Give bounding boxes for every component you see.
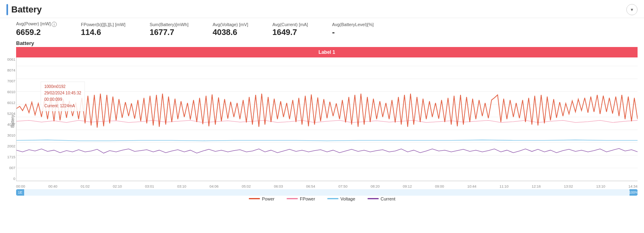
- stat-item: Sum(Battery)[mWh]1677.7: [150, 22, 189, 37]
- scrollbar-right-handle[interactable]: 100%: [630, 189, 638, 196]
- y-axis-label-value: 6012: [1, 101, 15, 105]
- y-axis-label-value: 5204: [1, 112, 15, 116]
- stat-label: Avg(Power) [mW]i: [16, 21, 57, 27]
- stat-item: Avg(Current) [mA]1649.7: [272, 22, 308, 37]
- x-axis-labels: 00:0000:4001:0202:1003:0103:1004:0605:02…: [16, 184, 638, 188]
- legend-color: [327, 198, 339, 199]
- chart-title: Battery: [16, 40, 638, 46]
- x-axis-label: 09:00: [435, 184, 444, 188]
- x-axis-label: 13:10: [596, 184, 605, 188]
- x-axis-label: 04:06: [209, 184, 219, 188]
- legend-item: Current: [367, 196, 396, 201]
- x-axis-label: 11:10: [500, 184, 509, 188]
- y-axis-label-value: 8074: [1, 68, 15, 72]
- legend-item: Power: [249, 196, 275, 201]
- panel-header: Battery ▾: [0, 0, 644, 18]
- x-axis-label: 12:16: [532, 184, 541, 188]
- legend-label: Current: [381, 196, 396, 201]
- y-axis-label-value: 7007: [1, 79, 15, 83]
- stat-value: 4038.6: [213, 28, 248, 37]
- legend-color: [367, 198, 379, 199]
- label1-text: Label 1: [318, 49, 335, 55]
- y-axis-label-value: 3010: [1, 133, 15, 137]
- panel-title: Battery: [11, 4, 42, 15]
- x-axis-label: 01:02: [80, 184, 90, 188]
- x-axis-label: 13:02: [564, 184, 573, 188]
- chart-plot-area[interactable]: 1000m0192 29/02/2024 10:45:32 00:00:099 …: [16, 57, 638, 181]
- stat-value: 114.6: [81, 28, 126, 37]
- header-actions: ▾: [626, 4, 638, 15]
- chart-container: Battery Label 1 006180747007601060125204…: [6, 47, 638, 196]
- stats-row: Avg(Power) [mW]i6659.2FPower(b)[][L][L] …: [0, 18, 644, 39]
- label1-bar: Label 1: [16, 47, 638, 57]
- y-axis-label-value: 0: [1, 177, 15, 181]
- chart-scrollbar[interactable]: 1E 100%: [16, 189, 638, 196]
- chart-legend: PowerFPowerVoltageCurrent: [0, 196, 644, 201]
- stat-label: Avg(BatteryLevel)[%]: [332, 22, 374, 27]
- x-axis-label: 09:12: [403, 184, 412, 188]
- stat-value: -: [332, 28, 374, 37]
- legend-label: Power: [262, 196, 275, 201]
- x-axis-label: 07:50: [339, 184, 348, 188]
- y-axis-label-value: 007: [1, 166, 15, 170]
- x-axis-label: 05:02: [242, 184, 251, 188]
- x-axis-label: 03:10: [177, 184, 186, 188]
- legend-item: Voltage: [327, 196, 355, 201]
- y-axis-label-value: 1715: [1, 155, 15, 159]
- stat-label: Sum(Battery)[mWh]: [150, 22, 189, 27]
- stat-value: 1677.7: [150, 28, 189, 37]
- chart-section: Battery Battery Label 1 0061807470076010…: [0, 39, 644, 196]
- x-axis-label: 00:00: [16, 184, 25, 188]
- chart-inner: Label 1 00618074700760106012520440373010…: [16, 47, 638, 196]
- panel-dropdown-button[interactable]: ▾: [626, 4, 638, 15]
- stat-item: Avg(Voltage) [mV]4038.6: [213, 22, 248, 37]
- x-axis-label: 10:44: [467, 184, 477, 188]
- y-axis-label-value: 6010: [1, 90, 15, 94]
- scrollbar-left-handle[interactable]: 1E: [16, 189, 24, 196]
- stat-value: 1649.7: [272, 28, 308, 37]
- legend-color: [249, 198, 260, 199]
- stat-label: Avg(Current) [mA]: [272, 22, 308, 27]
- y-axis-label-value: 4037: [1, 123, 15, 127]
- title-accent-bar: [6, 4, 8, 15]
- x-axis-label: 06:03: [274, 184, 283, 188]
- legend-label: FPower: [300, 196, 315, 201]
- stat-label: Avg(Voltage) [mV]: [213, 22, 248, 27]
- y-axis-labels: 0061807470076010601252044037301020021715…: [1, 57, 15, 181]
- panel-title-container: Battery: [6, 4, 42, 15]
- info-icon[interactable]: i: [52, 22, 57, 27]
- legend-label: Voltage: [341, 196, 355, 201]
- stat-item: Avg(BatteryLevel)[%]-: [332, 22, 374, 37]
- stat-value: 6659.2: [16, 28, 57, 37]
- stat-item: FPower(b)[][L][L] [mW]114.6: [81, 22, 126, 37]
- legend-color: [287, 198, 298, 199]
- legend-item: FPower: [287, 196, 315, 201]
- x-axis-label: 00:40: [48, 184, 58, 188]
- x-axis-label: 14:34: [628, 184, 638, 188]
- y-axis-label-value: 0061: [1, 57, 15, 61]
- x-axis-label: 02:10: [113, 184, 122, 188]
- y-axis-label-value: 2002: [1, 144, 15, 148]
- x-axis-label: 06:54: [306, 184, 316, 188]
- x-axis-label: 03:01: [145, 184, 154, 188]
- chart-svg: [17, 57, 638, 181]
- stat-label: FPower(b)[][L][L] [mW]: [81, 22, 126, 27]
- x-axis-label: 08:20: [371, 184, 380, 188]
- stat-item: Avg(Power) [mW]i6659.2: [16, 21, 57, 37]
